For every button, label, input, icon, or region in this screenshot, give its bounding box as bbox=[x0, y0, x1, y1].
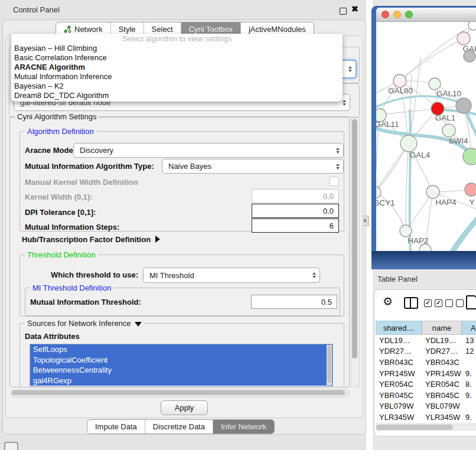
tab-discretize-data[interactable]: Discretize Data bbox=[145, 420, 213, 433]
table-cell[interactable]: YBR043C bbox=[422, 358, 462, 367]
table-row[interactable]: YLR345WYLR345W9. bbox=[376, 412, 476, 423]
network-edge[interactable] bbox=[380, 109, 438, 115]
table-row[interactable]: YDR27…YDR27…12 bbox=[376, 346, 476, 357]
network-node[interactable] bbox=[468, 22, 476, 30]
table-cell[interactable]: YPR145W bbox=[422, 369, 462, 378]
select-all-icon[interactable]: ✓ ✓ bbox=[424, 299, 442, 307]
network-node[interactable] bbox=[465, 183, 476, 196]
list-scrollbar-thumb[interactable] bbox=[327, 345, 331, 383]
aracne-mode-combobox[interactable]: Discovery bbox=[73, 143, 344, 158]
network-edge[interactable] bbox=[376, 96, 465, 109]
column-header-clipped[interactable]: A bbox=[462, 321, 476, 335]
table-hscrollbar-thumb[interactable] bbox=[376, 425, 453, 430]
algorithm-menu-item[interactable]: Mutual Information Inference bbox=[11, 72, 343, 81]
algorithm-combobox-fragment[interactable] bbox=[340, 60, 357, 79]
table-cell[interactable]: YBR043C bbox=[376, 358, 422, 367]
table-horizontal-scrollbar[interactable] bbox=[376, 423, 476, 431]
network-node[interactable] bbox=[400, 225, 412, 237]
network-node[interactable] bbox=[376, 187, 381, 198]
network-edge[interactable] bbox=[400, 38, 464, 81]
table-cell[interactable]: YPR145W bbox=[376, 369, 422, 378]
table-cell[interactable]: 9. bbox=[462, 391, 476, 400]
expand-right-icon[interactable] bbox=[155, 236, 160, 243]
network-node[interactable] bbox=[456, 98, 471, 113]
tab-infer-network[interactable]: Infer Network bbox=[213, 420, 274, 433]
table-row[interactable]: YBL079WYBL079W bbox=[376, 401, 476, 412]
settings-horizontal-scrollbar[interactable] bbox=[11, 389, 350, 397]
float-panel-icon[interactable] bbox=[340, 8, 347, 15]
data-attribute-item[interactable]: TopologicalCoefficient bbox=[30, 355, 332, 366]
table-row[interactable]: YBR043CYBR043C bbox=[376, 357, 476, 368]
network-node[interactable] bbox=[429, 78, 441, 90]
network-window-titlebar[interactable] bbox=[376, 8, 476, 22]
hub-tf-definition-toggle[interactable]: Hub/Transcription Factor Definition bbox=[22, 235, 160, 244]
collapse-down-icon[interactable] bbox=[135, 322, 142, 327]
collapsed-panel-chip[interactable] bbox=[4, 442, 18, 450]
algorithm-menu-item[interactable]: Bayesian – K2 bbox=[11, 81, 343, 91]
settings-vertical-scrollbar[interactable] bbox=[351, 118, 360, 387]
zoom-window-icon[interactable] bbox=[405, 11, 413, 18]
table-cell[interactable]: YLR345W bbox=[376, 413, 422, 422]
table-cell[interactable]: YBL079W bbox=[376, 402, 422, 410]
network-edge[interactable] bbox=[406, 144, 409, 231]
table-cell[interactable]: YER054C bbox=[376, 380, 422, 389]
column-header-name[interactable]: name bbox=[422, 321, 462, 335]
network-node[interactable] bbox=[400, 135, 417, 152]
which-threshold-combobox[interactable]: MI Threshold bbox=[143, 268, 320, 283]
mi-algorithm-type-combobox[interactable]: Naive Bayes bbox=[162, 159, 344, 174]
column-header-shared-name[interactable]: shared… bbox=[376, 321, 422, 335]
table-cell[interactable]: YDL19… bbox=[422, 336, 462, 345]
deselect-all-icon[interactable] bbox=[445, 299, 464, 307]
close-panel-icon[interactable]: ✖ bbox=[351, 4, 358, 14]
list-vertical-scrollbar[interactable] bbox=[327, 345, 332, 385]
network-node[interactable] bbox=[426, 185, 439, 198]
table-row[interactable]: YPR145WYPR145W9. bbox=[376, 368, 476, 379]
table-row[interactable]: YBR045CYBR045C9. bbox=[376, 390, 476, 401]
network-edge[interactable] bbox=[449, 217, 476, 251]
apply-button[interactable]: Apply bbox=[161, 400, 208, 415]
network-node[interactable] bbox=[393, 74, 406, 87]
table-cell[interactable]: YBR045C bbox=[422, 391, 462, 400]
close-window-icon[interactable] bbox=[382, 11, 389, 18]
data-attributes-listbox[interactable]: SelfLoopsTopologicalCoefficientBetweenne… bbox=[30, 344, 333, 387]
table-cell[interactable]: 8. bbox=[462, 380, 476, 389]
network-node[interactable] bbox=[457, 32, 470, 45]
manual-kernel-width-checkbox[interactable] bbox=[330, 177, 339, 186]
algorithm-menu-item[interactable]: Dream8 DC_TDC Algorithm bbox=[11, 91, 343, 100]
network-canvas[interactable]: GALGAL80GAL10GAL1GAL11SWI4GAL4GCY1HAP4YH… bbox=[376, 22, 476, 251]
network-view-window[interactable]: GALGAL80GAL10GAL1GAL11SWI4GAL4GCY1HAP4YH… bbox=[371, 6, 476, 269]
algorithm-menu-item[interactable]: Basic Correlation Inference bbox=[11, 53, 343, 63]
columns-icon[interactable] bbox=[404, 297, 418, 309]
mi-threshold-field[interactable]: 0.5 bbox=[251, 295, 337, 309]
settings-hscrollbar-thumb[interactable] bbox=[12, 390, 345, 395]
minimize-window-icon[interactable] bbox=[393, 11, 401, 18]
table-cell[interactable]: 13 bbox=[462, 336, 476, 345]
new-table-icon[interactable] bbox=[466, 295, 476, 309]
network-node[interactable] bbox=[463, 148, 476, 165]
data-attribute-item[interactable]: gal4RGexp bbox=[30, 376, 332, 386]
table-cell[interactable]: YDR27… bbox=[422, 347, 462, 356]
table-cell[interactable]: 9. bbox=[462, 369, 476, 378]
tab-impute-data[interactable]: Impute Data bbox=[87, 420, 145, 433]
network-edge[interactable] bbox=[376, 144, 409, 197]
table-row[interactable]: YDL19…YDL19…13 bbox=[376, 335, 476, 346]
data-attribute-item[interactable]: BetweennessCentrality bbox=[30, 365, 332, 376]
table-cell[interactable]: 9. bbox=[462, 413, 476, 422]
table-cell[interactable]: 12 bbox=[462, 347, 476, 356]
algorithm-menu-item[interactable]: ARACNE Algorithm bbox=[11, 63, 343, 72]
table-cell[interactable]: YER054C bbox=[422, 380, 462, 389]
table-cell[interactable]: YBL079W bbox=[422, 402, 462, 410]
dpi-tolerance-field[interactable]: 0.0 bbox=[252, 204, 339, 218]
table-cell[interactable]: YLR345W bbox=[422, 413, 462, 422]
table-row[interactable]: YER054CYER054C8. bbox=[376, 379, 476, 390]
network-node[interactable] bbox=[442, 124, 455, 137]
data-attribute-item[interactable]: SelfLoops bbox=[30, 344, 332, 355]
mi-steps-field[interactable]: 6 bbox=[252, 219, 339, 233]
gear-icon[interactable]: ⚙ bbox=[383, 295, 393, 308]
table-cell[interactable]: YDL19… bbox=[376, 336, 422, 345]
kernel-width-field[interactable]: 0.0 bbox=[252, 189, 339, 203]
algorithm-menu-item[interactable]: Bayesian – Hill Climbing bbox=[11, 44, 343, 53]
table-cell[interactable]: YDR27… bbox=[376, 347, 422, 356]
table-cell[interactable]: YBR045C bbox=[376, 391, 422, 400]
settings-scrollbar-thumb[interactable] bbox=[352, 119, 357, 358]
